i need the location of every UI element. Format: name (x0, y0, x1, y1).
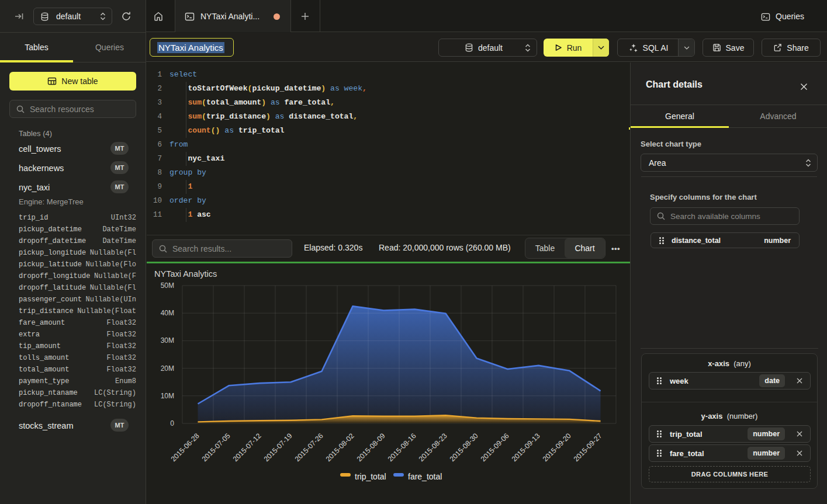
svg-text:2015-08-30: 2015-08-30 (448, 432, 480, 463)
svg-text:trip_total: trip_total (355, 472, 386, 481)
svg-text:2015-08-02: 2015-08-02 (324, 432, 356, 463)
svg-text:NYTaxi Analytics: NYTaxi Analytics (154, 269, 217, 279)
svg-text:0: 0 (170, 419, 174, 427)
svg-text:fare_total: fare_total (408, 472, 442, 481)
svg-text:2015-06-28: 2015-06-28 (169, 432, 201, 463)
svg-text:2015-09-27: 2015-09-27 (572, 432, 604, 463)
svg-text:10M: 10M (161, 392, 174, 400)
svg-text:20M: 20M (161, 364, 174, 373)
svg-text:2015-09-13: 2015-09-13 (510, 432, 542, 463)
svg-text:40M: 40M (161, 309, 174, 317)
svg-text:2015-07-26: 2015-07-26 (293, 432, 325, 463)
svg-text:2015-07-12: 2015-07-12 (231, 432, 263, 463)
svg-text:2015-09-06: 2015-09-06 (479, 432, 511, 463)
svg-text:2015-09-20: 2015-09-20 (541, 432, 573, 463)
svg-text:30M: 30M (161, 336, 174, 345)
svg-text:2015-07-19: 2015-07-19 (262, 432, 294, 463)
svg-text:50M: 50M (161, 281, 174, 290)
svg-text:2015-08-16: 2015-08-16 (386, 432, 418, 463)
svg-text:2015-08-23: 2015-08-23 (417, 432, 449, 463)
svg-text:2015-08-09: 2015-08-09 (355, 432, 387, 463)
svg-text:2015-07-05: 2015-07-05 (200, 432, 232, 463)
